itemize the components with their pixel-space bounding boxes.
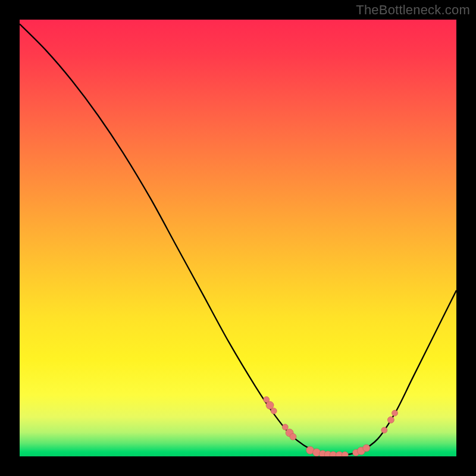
data-marker [363,444,370,452]
data-marker [282,424,288,430]
chart-container: TheBottleneck.com [0,0,476,476]
curve-layer [20,20,456,456]
data-marker [271,408,277,414]
data-marker [392,410,398,416]
data-marker [381,427,387,433]
watermark-text: TheBottleneck.com [356,2,470,18]
data-marker [342,452,348,456]
data-marker [387,416,394,423]
data-marker [266,402,274,409]
bottleneck-curve [20,24,456,455]
plot-area [20,20,456,456]
data-marker [290,433,296,440]
data-markers [264,397,398,456]
